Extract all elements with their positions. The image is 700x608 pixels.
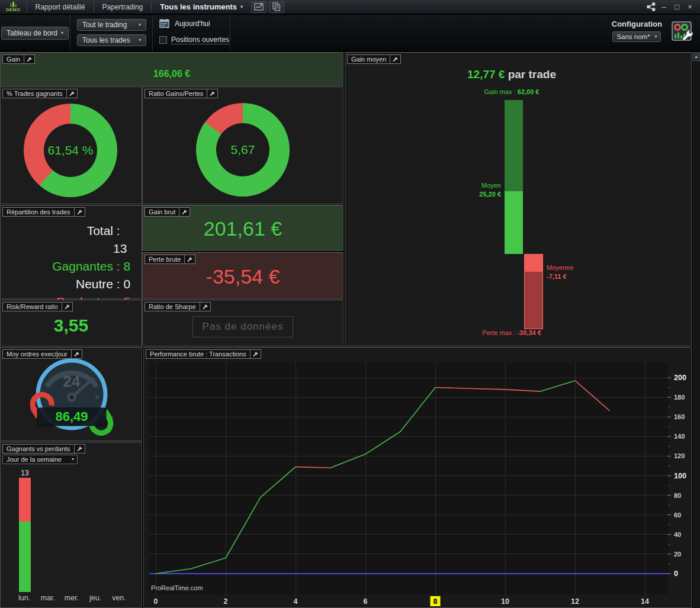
- panel-orders-title: Moy ordres exec/jour: [3, 350, 71, 358]
- moyenne-label: Moyenne: [547, 263, 573, 272]
- maximize-icon: □: [675, 2, 679, 11]
- svg-text:180: 180: [674, 394, 685, 401]
- trades-filter-dropdown[interactable]: Tous les trades ▾: [77, 34, 146, 46]
- tab-papertrading[interactable]: Papertrading: [95, 0, 150, 14]
- dashboard-dropdown-label: Tableau de bord: [7, 29, 57, 37]
- panel-winners-vs-losers: Gagnants vs perdants Jour de la semaine …: [0, 442, 142, 608]
- svg-text:6: 6: [364, 597, 368, 606]
- copy-report-button[interactable]: [269, 1, 284, 13]
- wrench-icon: [203, 304, 208, 310]
- close-button[interactable]: ×: [685, 2, 695, 12]
- panel-perte-brute-title: Perte brute: [145, 255, 184, 263]
- day-label: ven.: [107, 594, 131, 602]
- instruments-dropdown[interactable]: Tous les instruments ▾: [153, 0, 250, 14]
- panel-gain-brut: Gain brut 201,61 €: [142, 205, 343, 251]
- vertical-scrollbar[interactable]: ▴: [692, 52, 700, 608]
- wrench-icon: [77, 446, 82, 452]
- panel-wvl-title: Gagnants vs perdants: [3, 445, 74, 453]
- config-preset-dropdown[interactable]: Sans nom* ▾: [612, 31, 661, 42]
- day-label: jeu.: [84, 594, 107, 602]
- panel-gain-moyen: Gain moyen 12,77 € par trade Gain max : …: [345, 52, 692, 346]
- gain-brut-settings-button[interactable]: [179, 208, 190, 216]
- chevron-down-icon: ▾: [139, 22, 141, 27]
- gain-max-label-row: Gain max : 62,00 €: [345, 88, 678, 95]
- separator: [151, 2, 152, 12]
- risk-reward-value: 3,55: [1, 316, 142, 336]
- panel-ratio: Ratio Gains/Pertes 5,67: [142, 86, 343, 204]
- panel-performance-title: Performance brute : Transactions: [146, 350, 250, 358]
- ratio-settings-button[interactable]: [207, 89, 217, 98]
- repartition-settings-button[interactable]: [74, 208, 85, 216]
- svg-text:0: 0: [674, 570, 678, 578]
- panel-orders-per-day: Moy ordres exec/jour 24 86,49: [0, 347, 142, 441]
- gauge-24-label: 24: [63, 372, 81, 390]
- configure-dashboard-button[interactable]: [672, 21, 694, 45]
- chevron-down-icon: ▾: [654, 34, 657, 39]
- chevron-down-icon: ▾: [139, 38, 141, 43]
- panel-risk-reward-title: Risk/Reward ratio: [3, 303, 62, 311]
- day-label: mar.: [36, 594, 60, 602]
- wrench-icon: [74, 352, 79, 357]
- day-label: mer.: [60, 594, 84, 602]
- open-positions-label[interactable]: Positions ouvertes: [171, 36, 229, 44]
- panel-gain-title: Gain: [3, 55, 24, 63]
- weekday-dropdown[interactable]: Jour de la semaine ▾: [2, 455, 78, 464]
- gain-moyen-headline: 12,77 € par trade: [345, 68, 678, 81]
- sharpe-no-data: Pas de données: [192, 316, 294, 337]
- performance-settings-button[interactable]: [250, 350, 261, 358]
- tab-rapport-detaille[interactable]: Rapport détaillé: [28, 0, 92, 14]
- add-chart-button[interactable]: [251, 1, 266, 13]
- maximize-button[interactable]: □: [672, 2, 682, 12]
- panel-repartition: Répartition des trades Total : 13 Gagnan…: [0, 205, 142, 299]
- panel-gain-moyen-title: Gain moyen: [348, 55, 390, 63]
- share-button[interactable]: [646, 2, 656, 12]
- titlebar: DEMO Rapport détaillé Papertrading Tous …: [0, 0, 700, 14]
- dashboard-dropdown[interactable]: Tableau de bord ▾: [1, 27, 69, 40]
- calendar-icon[interactable]: [159, 18, 171, 29]
- panel-gain: Gain 166,06 €: [0, 52, 343, 86]
- instruments-dropdown-label: Tous les instruments: [160, 2, 237, 11]
- toolbar: Tableau de bord ▾ Tout le trading ▾ Tous…: [0, 15, 700, 51]
- wrench-icon: [182, 210, 187, 215]
- demo-label: DEMO: [6, 7, 21, 12]
- svg-text:14: 14: [641, 597, 649, 606]
- risk-reward-settings-button[interactable]: [62, 303, 72, 311]
- day-label: lun.: [12, 594, 36, 602]
- gain-settings-button[interactable]: [24, 55, 34, 63]
- trading-scope-label: Tout le trading: [82, 21, 127, 29]
- gain-moyen-value: 12,77 €: [467, 68, 505, 81]
- orders-settings-button[interactable]: [71, 350, 82, 358]
- panel-sharpe: Ratio de Sharpe Pas de données: [142, 300, 343, 346]
- wvl-settings-button[interactable]: [74, 445, 85, 453]
- prorealtime-dashboard-window: DEMO Rapport détaillé Papertrading Tous …: [0, 0, 700, 608]
- minimize-button[interactable]: –: [659, 2, 669, 12]
- ratio-donut-chart: 5,67: [196, 103, 290, 197]
- scroll-up-button[interactable]: ▴: [692, 52, 700, 61]
- separator: [27, 2, 27, 12]
- trades-filter-label: Tous les trades: [82, 36, 130, 44]
- winrate-settings-button[interactable]: [66, 89, 77, 98]
- demo-logo: DEMO: [0, 2, 25, 12]
- wrench-icon: [77, 210, 82, 215]
- open-positions-checkbox[interactable]: [159, 36, 167, 44]
- trading-scope-dropdown[interactable]: Tout le trading ▾: [77, 19, 146, 31]
- loss-bar: [524, 254, 543, 329]
- chevron-down-icon: ▾: [240, 5, 243, 9]
- winrate-value: 61,54 %: [47, 143, 93, 157]
- repartition-row-total: Total : 13: [1, 222, 136, 258]
- svg-text:80: 80: [674, 492, 681, 499]
- candlestick-icon: [10, 2, 17, 7]
- wvl-day-axis: lun. mar. mer. jeu. ven.: [12, 594, 131, 602]
- minimize-icon: –: [662, 2, 666, 11]
- wrench-icon: [69, 91, 75, 96]
- today-label[interactable]: Aujourd'hui: [175, 20, 210, 28]
- panel-winrate: % Trades gagnants 61,54 %: [0, 86, 142, 204]
- panel-winrate-title: % Trades gagnants: [3, 89, 66, 98]
- perte-max-label-row: Perte max : -30,34 €: [345, 329, 678, 337]
- perte-brute-settings-button[interactable]: [184, 255, 195, 263]
- svg-text:4: 4: [294, 597, 298, 606]
- gain-moyen-settings-button[interactable]: [390, 55, 400, 63]
- sharpe-settings-button[interactable]: [200, 303, 210, 311]
- close-icon: ×: [688, 2, 692, 11]
- gain-bar: [505, 100, 523, 254]
